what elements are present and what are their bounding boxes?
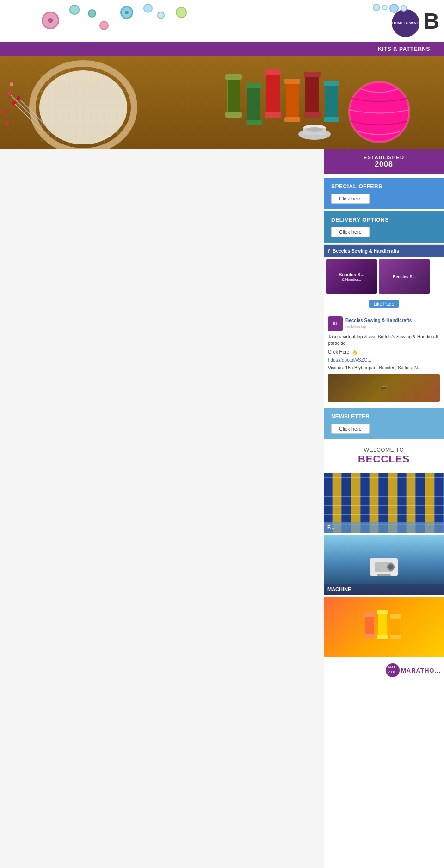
- fb-f-letter: f: [328, 248, 330, 255]
- svg-point-29: [17, 96, 20, 100]
- newsletter-button[interactable]: Click here: [331, 424, 370, 434]
- header-deco-dots: [373, 4, 407, 13]
- svg-rect-68: [377, 635, 388, 639]
- delivery-button[interactable]: Click here: [331, 227, 370, 237]
- deco-button-cyan: [120, 6, 133, 19]
- fb-url: https://goo.gl/vSZG...: [328, 356, 440, 363]
- content-area: [0, 149, 324, 868]
- fb-page-name: Beccles Sewing & Handicrafts: [333, 249, 399, 254]
- fb-post-content: BS Beccles Sewing & Handicrafts on Monda…: [324, 312, 444, 406]
- svg-rect-42: [265, 112, 281, 118]
- newsletter-box: NEWSLETTER Click here: [324, 408, 444, 439]
- deco-button-teal2: [88, 9, 96, 18]
- product-thread-image: [324, 597, 444, 657]
- newsletter-title: NEWSLETTER: [331, 413, 437, 420]
- header: HOME SEWING B: [0, 0, 444, 42]
- svg-point-28: [7, 92, 11, 95]
- fb-post-avatar: BS: [328, 316, 343, 331]
- svg-rect-65: [364, 634, 375, 638]
- product-machine-label: MACHINE: [324, 584, 444, 595]
- deco-button-teal1: [69, 5, 80, 15]
- header-b-letter: B: [423, 8, 439, 34]
- svg-rect-44: [284, 79, 300, 84]
- fb-post-image: 📷: [328, 374, 440, 402]
- deco-button-lt-blue: [143, 4, 153, 13]
- svg-rect-51: [324, 117, 339, 122]
- svg-point-61: [388, 565, 393, 569]
- fb-like-page-button[interactable]: Like Page: [369, 300, 399, 308]
- fb-like-page-row: Like Page: [324, 296, 444, 310]
- fb-click-here: Click Here: 👆: [328, 349, 440, 356]
- svg-rect-45: [284, 117, 300, 122]
- fb-visit: Visit us: 15a Blyburgate, Beccles, Suffo…: [328, 364, 440, 371]
- product-fabric-label: F...: [324, 522, 444, 533]
- svg-text:ATH: ATH: [388, 670, 395, 673]
- svg-point-30: [3, 110, 6, 114]
- svg-rect-50: [324, 81, 339, 86]
- svg-rect-49: [325, 82, 338, 121]
- svg-rect-66: [378, 611, 387, 638]
- header-right: HOME SEWING B: [392, 0, 444, 42]
- svg-rect-70: [390, 614, 401, 619]
- product-card-machine[interactable]: MACHINE: [324, 535, 444, 595]
- main-content: ESTABLISHED 2008 SPECIAL OFFERS Click he…: [0, 149, 444, 868]
- welcome-text: WELCOME TO: [324, 447, 444, 453]
- special-offers-title: SPECIAL OFFERS: [331, 183, 437, 190]
- fb-post-text: Take a virtual trip & visit Suffolk's Se…: [328, 334, 440, 347]
- hero-banner: [0, 56, 444, 149]
- fb-header: f Beccles Sewing & Handicrafts: [324, 245, 444, 257]
- svg-rect-39: [246, 120, 262, 125]
- deco-button-pink: [42, 12, 59, 29]
- marathon-logo: MAR ATH MARATHO...: [324, 659, 444, 684]
- svg-point-27: [12, 101, 16, 105]
- deco-button-green: [176, 7, 187, 18]
- svg-rect-35: [225, 112, 242, 118]
- svg-rect-71: [390, 635, 401, 639]
- svg-rect-67: [377, 610, 388, 614]
- svg-rect-36: [228, 80, 240, 112]
- svg-point-31: [10, 82, 13, 86]
- established-badge: ESTABLISHED 2008: [324, 149, 444, 174]
- fb-images-row: Beccles S... & Handicr... Beccles S...: [324, 257, 444, 296]
- svg-rect-48: [304, 112, 321, 118]
- nav-kits-patterns[interactable]: KITS & PATTERNS: [373, 46, 435, 52]
- svg-point-57: [306, 127, 323, 132]
- svg-rect-43: [286, 80, 299, 121]
- fb-post-time: on Monday: [345, 324, 412, 331]
- svg-point-32: [5, 122, 9, 125]
- sidebar: ESTABLISHED 2008 SPECIAL OFFERS Click he…: [324, 149, 444, 868]
- welcome-section: WELCOME TO BECCLES: [324, 443, 444, 469]
- established-line2: 2008: [331, 160, 437, 169]
- svg-text:MAR: MAR: [388, 666, 396, 668]
- svg-rect-46: [305, 73, 319, 117]
- delivery-title: DELIVERY OPTIONS: [331, 217, 437, 223]
- special-offers-box: SPECIAL OFFERS Click here: [324, 178, 444, 209]
- facebook-post-widget: BS Beccles Sewing & Handicrafts on Monda…: [324, 312, 444, 406]
- deco-button-pink2: [99, 21, 109, 30]
- facebook-widget: f Beccles Sewing & Handicrafts Beccles S…: [324, 244, 444, 310]
- svg-rect-34: [225, 74, 242, 80]
- svg-text:MARATHO...: MARATHO...: [401, 667, 440, 674]
- established-line1: ESTABLISHED: [331, 155, 437, 160]
- logo-badge[interactable]: HOME SEWING: [392, 9, 419, 37]
- special-offers-button[interactable]: Click here: [331, 194, 370, 204]
- svg-rect-40: [266, 70, 280, 117]
- svg-rect-47: [304, 72, 321, 77]
- welcome-name: BECCLES: [324, 453, 444, 465]
- deco-button-lt-blue2: [157, 12, 165, 19]
- fb-thumb-1: Beccles S... & Handicr...: [326, 259, 377, 294]
- svg-rect-62: [377, 574, 391, 576]
- product-card-thread[interactable]: [324, 597, 444, 657]
- fb-post-author: Beccles Sewing & Handicrafts: [345, 317, 412, 324]
- delivery-options-box: DELIVERY OPTIONS Click here: [324, 211, 444, 243]
- navbar: KITS & PATTERNS: [0, 42, 444, 56]
- svg-rect-64: [364, 612, 375, 617]
- fb-post-header: BS Beccles Sewing & Handicrafts on Monda…: [328, 316, 440, 331]
- svg-rect-38: [246, 83, 262, 88]
- svg-rect-41: [265, 69, 281, 75]
- product-card-fabric[interactable]: F...: [324, 473, 444, 533]
- svg-rect-37: [247, 84, 260, 124]
- fb-thumb-2: Beccles S...: [379, 259, 430, 294]
